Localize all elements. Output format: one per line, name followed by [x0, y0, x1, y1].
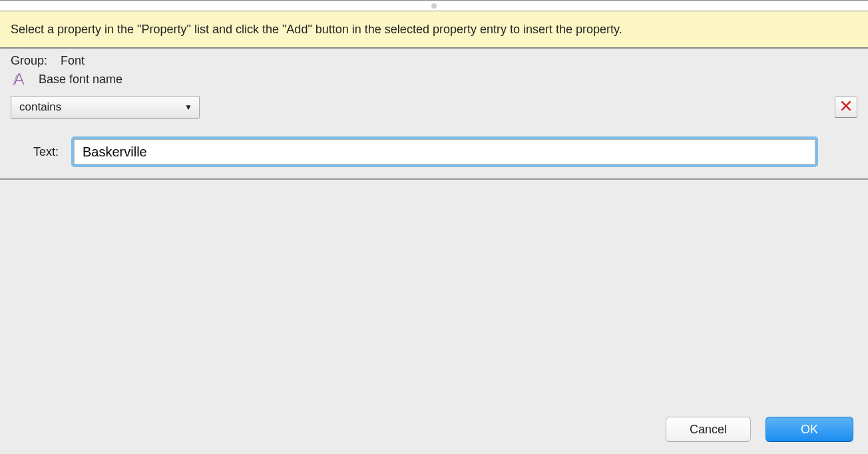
property-row: Base font name — [0, 69, 868, 93]
text-input-row: Text: — [0, 124, 868, 180]
delete-x-icon — [839, 99, 853, 116]
condition-row: contains ▼ — [0, 93, 868, 124]
dialog-window: Select a property in the "Property" list… — [0, 0, 868, 454]
group-label: Group: — [11, 54, 47, 67]
group-value: Font — [61, 54, 85, 67]
drag-indicator-icon — [431, 3, 437, 9]
dialog-footer: Cancel OK — [666, 417, 853, 442]
info-banner-text: Select a property in the "Property" list… — [11, 23, 622, 36]
text-field-label: Text: — [33, 145, 59, 159]
text-field-focus-ring — [72, 137, 817, 166]
font-property-icon — [11, 71, 28, 88]
info-banner: Select a property in the "Property" list… — [0, 11, 868, 49]
condition-combobox[interactable]: contains ▼ — [11, 96, 200, 118]
window-titlebar-strip — [0, 1, 868, 11]
condition-selected-value: contains — [19, 101, 61, 114]
text-input[interactable] — [74, 139, 815, 164]
cancel-button-label: Cancel — [690, 423, 727, 437]
remove-condition-button[interactable] — [835, 97, 857, 118]
property-name: Base font name — [39, 73, 122, 87]
chevron-down-icon: ▼ — [184, 103, 192, 112]
group-row: Group: Font — [0, 49, 868, 69]
ok-button[interactable]: OK — [765, 417, 853, 442]
cancel-button[interactable]: Cancel — [666, 417, 751, 442]
ok-button-label: OK — [801, 423, 818, 437]
